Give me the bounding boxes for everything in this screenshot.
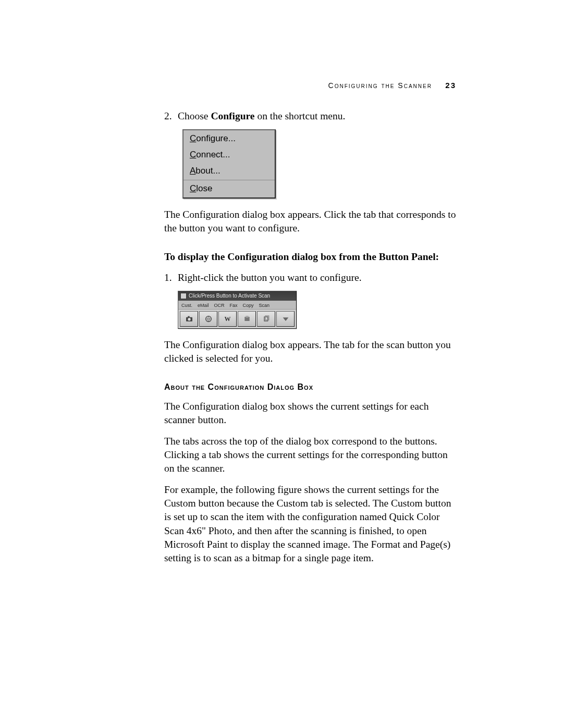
button-panel-titlebar: Click/Press Button to Activate Scan: [178, 291, 296, 301]
step2-post: on the shortcut menu.: [255, 110, 346, 121]
menu-item-connect[interactable]: Connect...: [183, 147, 275, 163]
shortcut-menu: Configure... Connect... About... Close: [182, 129, 276, 199]
system-icon: [180, 293, 187, 299]
scan-button[interactable]: [276, 311, 295, 327]
svg-rect-6: [264, 317, 268, 321]
about-subheading: About the Configuration Dialog Box: [164, 381, 459, 393]
copy-icon: [262, 315, 271, 323]
menu-item-close[interactable]: Close: [183, 181, 275, 197]
globe-icon: [204, 315, 213, 323]
email-button[interactable]: [199, 311, 217, 327]
document-page: Configuring the Scanner 23 2. Choose Con…: [0, 0, 563, 728]
section-label: To display the Configuration dialog box …: [164, 250, 459, 264]
button-panel-tabs: Cust. eMail OCR Fax Copy Scan: [178, 301, 296, 309]
body-para-1: The Configuration dialog box shows the c…: [164, 400, 459, 427]
copy-button[interactable]: [257, 311, 275, 327]
page-number: 23: [445, 81, 456, 90]
cust-button[interactable]: [180, 311, 198, 327]
camera-icon: [185, 315, 193, 323]
step2-bold: Configure: [211, 110, 254, 121]
button-panel: Click/Press Button to Activate Scan Cust…: [178, 291, 297, 329]
menu-item-about[interactable]: About...: [183, 163, 275, 179]
scan-icon: [282, 315, 290, 323]
running-header: Configuring the Scanner 23: [328, 81, 456, 90]
ocr-button[interactable]: W: [218, 311, 237, 327]
fax-button[interactable]: [238, 311, 256, 327]
tab-copy[interactable]: Copy: [242, 302, 255, 309]
menu-item-configure[interactable]: Configure...: [183, 131, 275, 147]
page-content: 2. Choose Configure on the shortcut menu…: [164, 109, 459, 565]
svg-point-1: [188, 318, 190, 320]
step-2: 2. Choose Configure on the shortcut menu…: [164, 109, 459, 123]
button-panel-buttons: W: [178, 309, 296, 328]
fax-icon: [243, 315, 251, 323]
tab-scan[interactable]: Scan: [258, 302, 271, 309]
tab-fax[interactable]: Fax: [229, 302, 239, 309]
svg-rect-7: [265, 316, 269, 320]
body-para-3: For example, the following figure shows …: [164, 483, 459, 565]
step-body: Right-click the button you want to confi…: [178, 271, 459, 285]
step-number: 1.: [164, 271, 178, 285]
svg-rect-2: [188, 316, 189, 318]
body-para-2: The tabs across the top of the dialog bo…: [164, 435, 459, 476]
step-number: 2.: [164, 109, 178, 123]
after-panel-paragraph: The Configuration dialog box appears. Th…: [164, 338, 459, 366]
tab-cust[interactable]: Cust.: [180, 302, 193, 309]
button-panel-title: Click/Press Button to Activate Scan: [189, 292, 270, 300]
tab-ocr[interactable]: OCR: [213, 302, 226, 309]
tab-email[interactable]: eMail: [197, 302, 210, 309]
word-icon: W: [225, 315, 231, 323]
step-1b: 1. Right-click the button you want to co…: [164, 271, 459, 285]
svg-rect-5: [246, 316, 248, 317]
step-body: Choose Configure on the shortcut menu.: [178, 109, 459, 123]
header-title: Configuring the Scanner: [328, 81, 432, 90]
step2-pre: Choose: [178, 110, 211, 121]
after-menu-paragraph: The Configuration dialog box appears. Cl…: [164, 208, 459, 236]
